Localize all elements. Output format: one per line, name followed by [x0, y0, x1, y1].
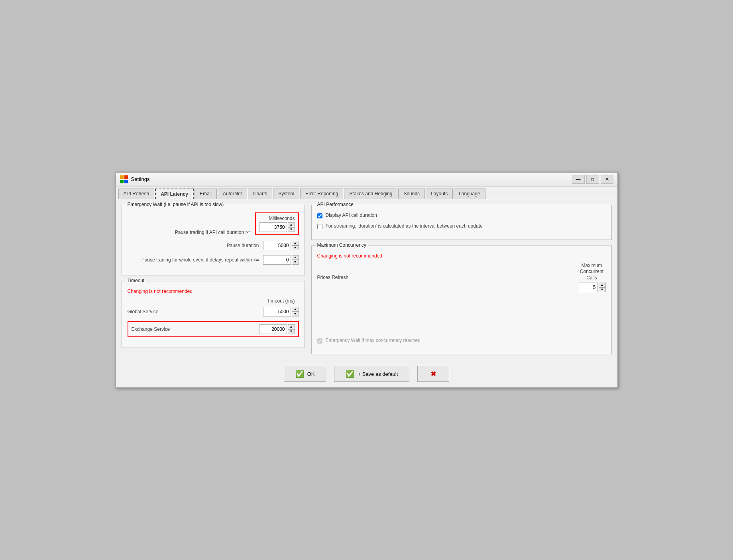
exchange-service-input[interactable]	[259, 324, 287, 334]
timeout-ms-label: Timeout (ms)	[263, 298, 299, 304]
max-concurrent-header: MaximumConcurrentCalls	[580, 263, 603, 281]
pause-duration-up[interactable]: ▲	[292, 241, 299, 246]
api-performance-group: API Performance Display API call duratio…	[311, 205, 612, 240]
display-duration-checkbox[interactable]	[317, 213, 322, 218]
global-service-up[interactable]: ▲	[292, 307, 299, 312]
pause-duration-spinner: ▲ ▼	[263, 241, 299, 250]
svg-rect-1	[124, 175, 128, 179]
svg-rect-2	[120, 180, 124, 183]
tabs-bar: API Refresh API Latency Email AutoPilot …	[116, 187, 617, 199]
prices-refresh-input[interactable]	[578, 283, 598, 292]
repeat-label: Pause trading for whole event if delays …	[128, 257, 263, 263]
repeat-row: Pause trading for whole event if delays …	[128, 255, 299, 265]
max-concurrency-content: Changing is not recommended Prices Refre…	[317, 253, 606, 344]
global-service-input[interactable]	[263, 307, 291, 316]
streaming-checkbox[interactable]	[317, 224, 322, 229]
close-button[interactable]: ✕	[601, 175, 613, 184]
global-service-down[interactable]: ▼	[292, 312, 299, 316]
exchange-service-row: Exchange Service ▲ ▼	[128, 321, 299, 337]
pause-trading-label: Pause trading if API call duration >=	[128, 230, 255, 235]
emergency-wait-group: Emergency Wait (i.e. pause if API is too…	[122, 205, 305, 275]
emergency-wait-title: Emergency Wait (i.e. pause if API is too…	[126, 202, 226, 207]
ok-icon: ✅	[295, 369, 304, 378]
minimize-button[interactable]: —	[572, 175, 585, 184]
app-icon	[120, 175, 128, 183]
pause-trading-spinner: ▲ ▼	[259, 222, 295, 232]
cancel-button[interactable]: ✖	[417, 366, 449, 382]
repeat-spinbtns: ▲ ▼	[292, 255, 299, 265]
max-concurrency-group: Maximum Concurrency Changing is not reco…	[311, 246, 612, 355]
timeout-content: Changing is not recommended Timeout (ms)…	[128, 289, 299, 337]
pause-trading-up[interactable]: ▲	[288, 222, 295, 227]
timeout-group: Timeout Changing is not recommended Time…	[122, 281, 305, 348]
window-title: Settings	[131, 176, 150, 182]
tab-sounds[interactable]: Sounds	[398, 189, 425, 199]
exchange-service-spinner: ▲ ▼	[259, 324, 295, 334]
tab-email[interactable]: Email	[195, 189, 217, 199]
timeout-header: Timeout (ms)	[128, 298, 299, 304]
pause-trading-spinner-highlight: Milliseconds ▲ ▼	[255, 212, 299, 235]
tab-error-reporting[interactable]: Error Reporting	[300, 189, 343, 199]
title-bar: Settings — □ ✕	[116, 173, 617, 187]
emergency-wait-content: Pause trading if API call duration >= Mi…	[128, 212, 299, 265]
tab-stakes-hedging[interactable]: Stakes and Hedging	[344, 189, 397, 199]
ok-label: OK	[307, 371, 315, 377]
prices-refresh-spinner: ▲ ▼	[578, 283, 606, 292]
tab-system[interactable]: System	[273, 189, 299, 199]
exchange-service-down[interactable]: ▼	[288, 329, 295, 334]
emergency-wait-max-row: Emergency Wait if max concurrency reache…	[317, 338, 606, 344]
streaming-label[interactable]: For streaming, 'duration' is calculated …	[326, 223, 483, 229]
save-default-button[interactable]: ✅ + Save as default	[334, 366, 409, 382]
pause-duration-input[interactable]	[263, 241, 291, 250]
prices-refresh-down[interactable]: ▼	[599, 287, 606, 292]
timeout-warning: Changing is not recommended	[128, 289, 299, 294]
global-service-label: Global Service	[128, 309, 263, 314]
spacer	[317, 298, 606, 338]
exchange-service-spinbtns: ▲ ▼	[288, 324, 295, 334]
display-duration-label[interactable]: Display API call duration	[326, 212, 377, 218]
tab-language[interactable]: Language	[454, 189, 485, 199]
tab-api-refresh[interactable]: API Refresh	[118, 189, 155, 199]
exchange-service-up[interactable]: ▲	[288, 324, 295, 329]
left-column: Emergency Wait (i.e. pause if API is too…	[122, 205, 305, 355]
tab-charts[interactable]: Charts	[248, 189, 272, 199]
pause-trading-input[interactable]	[259, 222, 287, 232]
title-bar-left: Settings	[120, 175, 150, 183]
title-controls: — □ ✕	[572, 175, 613, 184]
bottom-bar: ✅ OK ✅ + Save as default ✖	[116, 360, 617, 387]
repeat-input[interactable]	[263, 255, 291, 265]
save-icon: ✅	[346, 369, 354, 378]
repeat-down[interactable]: ▼	[292, 260, 299, 265]
timeout-title: Timeout	[126, 278, 146, 283]
api-performance-title: API Performance	[316, 202, 355, 207]
max-concurrency-warning: Changing is not recommended	[317, 253, 606, 259]
ok-button[interactable]: ✅ OK	[284, 366, 326, 382]
repeat-up[interactable]: ▲	[292, 255, 299, 260]
streaming-row: For streaming, 'duration' is calculated …	[317, 223, 606, 229]
prices-refresh-spinbtns: ▲ ▼	[599, 283, 606, 292]
exchange-service-label: Exchange Service	[132, 326, 259, 332]
pause-duration-down[interactable]: ▼	[292, 246, 299, 250]
tab-api-latency[interactable]: API Latency	[155, 189, 194, 199]
settings-window: Settings — □ ✕ API Refresh API Latency E…	[116, 172, 618, 388]
global-service-row: Global Service ▲ ▼	[128, 307, 299, 316]
maximize-button[interactable]: □	[586, 175, 599, 184]
repeat-spinner: ▲ ▼	[263, 255, 299, 265]
pause-trading-spinbtns: ▲ ▼	[288, 222, 295, 232]
content-area: Emergency Wait (i.e. pause if API is too…	[116, 199, 617, 360]
svg-rect-3	[124, 180, 128, 183]
milliseconds-label: Milliseconds	[259, 216, 295, 221]
pause-duration-row: Pause duration ▲ ▼	[128, 241, 299, 250]
global-service-spinbtns: ▲ ▼	[292, 307, 299, 316]
prices-refresh-label: Prices Refresh	[317, 275, 349, 280]
cancel-icon: ✖	[430, 369, 436, 378]
display-duration-row: Display API call duration	[317, 212, 606, 218]
emergency-wait-max-checkbox	[317, 338, 322, 344]
prices-refresh-up[interactable]: ▲	[599, 283, 606, 287]
right-column: API Performance Display API call duratio…	[311, 205, 612, 355]
tab-layouts[interactable]: Layouts	[426, 189, 453, 199]
tab-autopilot[interactable]: AutoPilot	[218, 189, 247, 199]
pause-trading-down[interactable]: ▼	[288, 227, 295, 232]
global-service-spinner: ▲ ▼	[263, 307, 299, 316]
max-concurrency-title: Maximum Concurrency	[316, 242, 368, 248]
